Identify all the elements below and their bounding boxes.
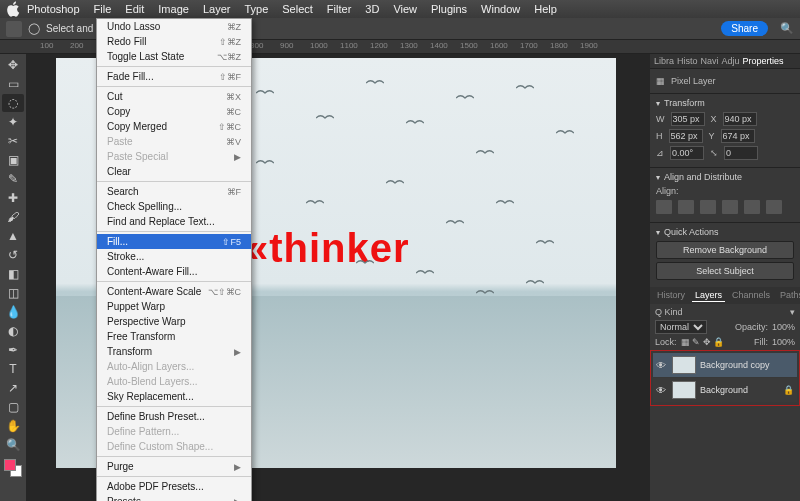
menu-item-search[interactable]: Search⌘F [97,184,251,199]
visibility-icon[interactable]: 👁 [656,360,668,371]
align-middle-icon[interactable] [744,200,760,214]
remove-background-button[interactable]: Remove Background [656,241,794,259]
align-center-icon[interactable] [678,200,694,214]
eraser-tool[interactable]: ◧ [2,265,24,283]
align-left-icon[interactable] [656,200,672,214]
menu-item-undo-lasso[interactable]: Undo Lasso⌘Z [97,19,251,34]
layer-thumbnail[interactable] [672,381,696,399]
menu-item-stroke[interactable]: Stroke... [97,249,251,264]
skew-field[interactable] [724,146,758,160]
hand-tool[interactable]: ✋ [2,417,24,435]
menu-item-check-spelling[interactable]: Check Spelling... [97,199,251,214]
layer-row[interactable]: 👁Background copy [653,353,797,377]
tab-layers[interactable]: Layers [692,289,725,302]
apple-menu[interactable] [6,1,20,17]
panel-tab-properties[interactable]: Properties [743,56,784,66]
panel-tab-adju[interactable]: Adju [722,56,740,66]
align-right-icon[interactable] [700,200,716,214]
menu-item-copy-merged[interactable]: Copy Merged⇧⌘C [97,119,251,134]
menu-3d[interactable]: 3D [358,3,386,15]
menu-item-find-and-replace-text[interactable]: Find and Replace Text... [97,214,251,229]
blend-mode-select[interactable]: Normal [655,320,707,334]
menu-item-adobe-pdf-presets[interactable]: Adobe PDF Presets... [97,479,251,494]
menu-help[interactable]: Help [527,3,564,15]
panel-tab-navi[interactable]: Navi [701,56,719,66]
menu-item-clear[interactable]: Clear [97,164,251,179]
menu-item-presets[interactable]: Presets▶ [97,494,251,501]
menu-window[interactable]: Window [474,3,527,15]
stamp-tool[interactable]: ▲ [2,227,24,245]
home-icon[interactable] [6,21,22,37]
layers-panel-tabs[interactable]: HistoryLayersChannelsPaths [650,287,800,304]
select-subject-button[interactable]: Select Subject [656,262,794,280]
marquee-tool[interactable]: ▭ [2,75,24,93]
layer-thumbnail[interactable] [672,356,696,374]
dodge-tool[interactable]: ◐ [2,322,24,340]
x-field[interactable] [723,112,757,126]
tab-paths[interactable]: Paths [777,289,800,302]
menu-file[interactable]: File [87,3,119,15]
width-field[interactable] [671,112,705,126]
lock-icons[interactable]: ▦ ✎ ✥ 🔒 [681,337,725,347]
move-tool[interactable]: ✥ [2,56,24,74]
blur-tool[interactable]: 💧 [2,303,24,321]
menu-view[interactable]: View [386,3,424,15]
share-button[interactable]: Share [721,21,768,36]
menu-filter[interactable]: Filter [320,3,358,15]
menu-image[interactable]: Image [151,3,196,15]
brush-tool[interactable]: 🖌 [2,208,24,226]
menu-item-perspective-warp[interactable]: Perspective Warp [97,314,251,329]
wand-tool[interactable]: ✦ [2,113,24,131]
opacity-value[interactable]: 100% [772,322,795,332]
tab-channels[interactable]: Channels [729,289,773,302]
menu-item-define-brush-preset[interactable]: Define Brush Preset... [97,409,251,424]
menu-item-puppet-warp[interactable]: Puppet Warp [97,299,251,314]
menu-type[interactable]: Type [237,3,275,15]
pen-tool[interactable]: ✒ [2,341,24,359]
visibility-icon[interactable]: 👁 [656,385,668,396]
height-field[interactable] [669,129,703,143]
fill-value[interactable]: 100% [772,337,795,347]
y-field[interactable] [721,129,755,143]
crop-tool[interactable]: ✂ [2,132,24,150]
menu-edit[interactable]: Edit [118,3,151,15]
layer-row[interactable]: 👁Background🔒 [653,378,797,402]
align-section[interactable]: Align and Distribute [656,172,794,182]
kind-filter[interactable]: Q Kind [655,307,683,317]
type-tool[interactable]: T [2,360,24,378]
color-swatch[interactable] [4,459,22,477]
menu-item-sky-replacement[interactable]: Sky Replacement... [97,389,251,404]
menu-item-toggle-last-state[interactable]: Toggle Last State⌥⌘Z [97,49,251,64]
align-bottom-icon[interactable] [766,200,782,214]
heal-tool[interactable]: ✚ [2,189,24,207]
eyedropper-tool[interactable]: ✎ [2,170,24,188]
align-top-icon[interactable] [722,200,738,214]
menu-item-fill[interactable]: Fill...⇧F5 [97,234,251,249]
menu-item-fade-fill[interactable]: Fade Fill...⇧⌘F [97,69,251,84]
path-tool[interactable]: ↗ [2,379,24,397]
menu-item-purge[interactable]: Purge▶ [97,459,251,474]
quick-actions-section[interactable]: Quick Actions [656,227,794,237]
gradient-tool[interactable]: ◫ [2,284,24,302]
menu-item-content-aware-fill[interactable]: Content-Aware Fill... [97,264,251,279]
history-brush-tool[interactable]: ↺ [2,246,24,264]
zoom-tool[interactable]: 🔍 [2,436,24,454]
menu-item-cut[interactable]: Cut⌘X [97,89,251,104]
frame-tool[interactable]: ▣ [2,151,24,169]
menu-item-redo-fill[interactable]: Redo Fill⇧⌘Z [97,34,251,49]
menu-item-content-aware-scale[interactable]: Content-Aware Scale⌥⇧⌘C [97,284,251,299]
menu-layer[interactable]: Layer [196,3,238,15]
lasso-tool[interactable]: ◌ [2,94,24,112]
tab-history[interactable]: History [654,289,688,302]
menu-item-copy[interactable]: Copy⌘C [97,104,251,119]
menu-item-transform[interactable]: Transform▶ [97,344,251,359]
panel-tab-histo[interactable]: Histo [677,56,698,66]
transform-section[interactable]: Transform [656,98,794,108]
menu-item-free-transform[interactable]: Free Transform [97,329,251,344]
angle-field[interactable] [670,146,704,160]
panel-tabs-top[interactable]: LibraHistoNaviAdjuProperties [650,54,800,68]
shape-tool[interactable]: ▢ [2,398,24,416]
search-icon[interactable]: 🔍 [780,22,794,35]
menu-photoshop[interactable]: Photoshop [20,3,87,15]
panel-tab-libra[interactable]: Libra [654,56,674,66]
